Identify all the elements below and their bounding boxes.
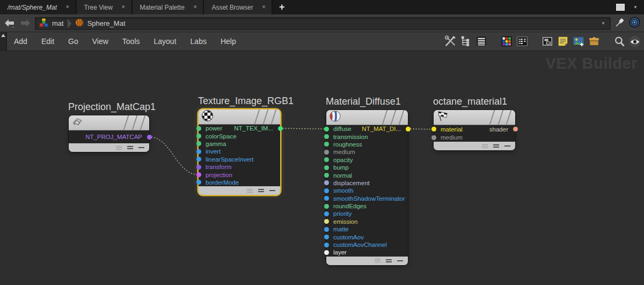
node-row: normal [326, 171, 408, 179]
tab-tree-view[interactable]: Tree View ✕ [77, 0, 133, 14]
input-port-roundEdges[interactable] [324, 204, 329, 209]
tools-icon[interactable] [444, 35, 456, 47]
node-footer[interactable] [199, 186, 280, 195]
grid-layout-icon[interactable] [516, 35, 528, 47]
flag-equals-icon[interactable] [386, 259, 392, 262]
tab-mat-sphere-mat[interactable]: /mat/Sphere_Mat ✕ [0, 0, 77, 14]
new-tab-button[interactable]: + [273, 0, 291, 14]
pane-maximize-control[interactable] [0, 32, 7, 50]
add-image-icon[interactable] [573, 35, 584, 47]
flag-dash-icon[interactable] [397, 260, 403, 261]
input-port-smoothShadowTerminator[interactable] [324, 196, 329, 201]
close-icon[interactable]: ✕ [262, 5, 266, 10]
network-editor-canvas[interactable]: VEX Builder Projection_MatCap1NT_PROJ_MA… [0, 52, 644, 285]
input-port-invert[interactable] [196, 149, 201, 154]
input-port-layer[interactable] [324, 250, 329, 255]
node-header[interactable] [69, 115, 149, 130]
list-icon[interactable] [475, 35, 487, 47]
pin-icon[interactable] [614, 17, 625, 30]
flag-equals-icon[interactable] [127, 146, 133, 149]
output-port-NT_PROJ_MATCAP[interactable] [147, 135, 152, 140]
menu-help[interactable]: Help [214, 32, 243, 50]
close-icon[interactable]: ✕ [121, 5, 126, 10]
input-port-gamma[interactable] [196, 141, 201, 146]
flag-lines-icon[interactable] [247, 189, 253, 193]
header-slashes-decoration [379, 110, 407, 125]
node-material_diffuse1[interactable]: Material_Diffuse1diffuseNT_MAT_DI...tran… [326, 110, 408, 265]
network-path-field[interactable]: mat Sphere_Mat ▼ [35, 17, 611, 30]
tab-asset-browser[interactable]: Asset Browser ✕ [204, 0, 273, 14]
menu-add[interactable]: Add [7, 32, 34, 50]
menu-layout[interactable]: Layout [147, 32, 184, 50]
input-port-borderMode[interactable] [196, 180, 201, 185]
flag-equals-icon[interactable] [493, 144, 499, 148]
flag-dash-icon[interactable] [504, 145, 510, 147]
menu-labs[interactable]: Labs [184, 32, 214, 50]
path-dropdown-icon[interactable]: ▼ [601, 21, 606, 26]
output-port-shader[interactable] [513, 127, 518, 131]
breadcrumb-node[interactable]: Sphere_Mat [87, 19, 126, 27]
input-port-customAovChannel[interactable] [324, 243, 329, 247]
menu-edit[interactable]: Edit [34, 32, 61, 50]
input-port-material[interactable] [431, 127, 436, 131]
eye-icon[interactable] [629, 35, 641, 47]
output-label: shader [489, 126, 508, 133]
color-palette-icon[interactable] [501, 35, 513, 47]
tab-menu-dropdown-icon[interactable]: ▼ [633, 5, 638, 10]
node-footer[interactable] [434, 142, 515, 150]
box-icon[interactable] [588, 35, 600, 47]
flag-dash-icon[interactable] [269, 190, 275, 191]
input-port-transform[interactable] [196, 165, 201, 170]
flag-lines-icon[interactable] [116, 146, 122, 150]
menu-go[interactable]: Go [61, 32, 85, 50]
input-port-displacement[interactable] [324, 180, 329, 185]
node-projection_matcap1[interactable]: Projection_MatCap1NT_PROJ_MATCAP [69, 115, 149, 152]
input-port-bump[interactable] [324, 165, 329, 170]
breadcrumb-network[interactable]: mat [52, 19, 64, 27]
flag-dash-icon[interactable] [138, 147, 144, 148]
input-port-opacity[interactable] [324, 157, 329, 162]
target-icon[interactable] [629, 17, 640, 30]
node-row: colorSpace [199, 132, 280, 140]
search-icon[interactable] [613, 35, 625, 47]
output-port-NT_MAT_DI...[interactable] [406, 127, 411, 131]
flag-lines-icon[interactable] [482, 144, 488, 148]
output-port-NT_TEX_IM...[interactable] [278, 126, 283, 131]
tab-material-palette[interactable]: Material Palette ✕ [133, 0, 204, 14]
node-row: medium [326, 148, 408, 156]
input-port-colorSpace[interactable] [196, 134, 201, 138]
input-port-smooth[interactable] [324, 188, 329, 193]
sticky-note-icon[interactable] [557, 35, 569, 47]
close-icon[interactable]: ✕ [65, 5, 70, 10]
flag-lines-icon[interactable] [375, 259, 380, 262]
input-port-priority[interactable] [324, 211, 329, 216]
input-port-customAov[interactable] [324, 235, 329, 239]
input-port-diffuse[interactable] [324, 127, 329, 131]
node-header[interactable] [199, 109, 280, 125]
node-header[interactable] [326, 110, 408, 125]
panel-layout-icon[interactable] [541, 35, 553, 47]
input-port-matte[interactable] [324, 227, 329, 232]
node-footer[interactable] [69, 143, 149, 152]
input-port-emission[interactable] [324, 219, 329, 224]
back-button[interactable] [4, 19, 16, 28]
flag-equals-icon[interactable] [258, 189, 264, 192]
node-header[interactable] [434, 110, 515, 125]
input-port-medium[interactable] [324, 150, 329, 155]
node-footer[interactable] [326, 257, 408, 265]
close-icon[interactable]: ✕ [193, 5, 197, 10]
input-port-roughness[interactable] [324, 142, 329, 147]
node-octane_material1[interactable]: octane_material1materialshadermedium [434, 110, 515, 150]
input-port-normal[interactable] [324, 173, 329, 178]
menu-view[interactable]: View [85, 32, 115, 50]
pane-window-icon[interactable] [616, 4, 625, 11]
input-port-power[interactable] [196, 126, 201, 131]
tree-view-icon[interactable] [460, 35, 472, 47]
forward-button[interactable] [19, 19, 31, 28]
input-port-linearSpaceInvert[interactable] [196, 157, 201, 162]
input-port-projection[interactable] [196, 172, 201, 177]
menu-tools[interactable]: Tools [115, 32, 147, 50]
input-port-medium[interactable] [431, 135, 436, 140]
input-port-transmission[interactable] [324, 134, 329, 139]
node-texture_image_rgb1[interactable]: Texture_Image_RGB1powerNT_TEX_IM...color… [199, 109, 280, 195]
